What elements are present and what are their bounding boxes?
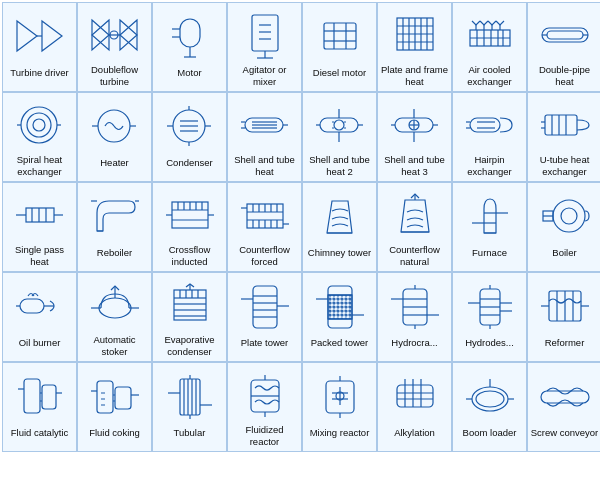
cell-single-pass-heat[interactable]: Single pass heat [2,182,77,272]
svg-rect-132 [20,299,44,313]
label-oil-burner: Oil burner [19,337,61,357]
cell-mixing-reactor[interactable]: Mixing reactor [302,362,377,452]
cell-air-cooled-exchanger[interactable]: Air cooled exchanger [452,2,527,92]
icon-counterflow-natural [380,185,449,244]
svg-rect-45 [542,28,588,42]
cell-counterflow-natural[interactable]: Counterflow natural [377,182,452,272]
cell-boom-loader[interactable]: Boom loader [452,362,527,452]
label-shell-tube-heat-2: Shell and tube heat 2 [305,154,374,177]
svg-rect-46 [547,31,583,39]
icon-turbine-driver [5,5,74,67]
svg-rect-20 [324,23,356,49]
icon-evaporative-condenser [155,275,224,334]
svg-rect-90 [470,118,500,132]
icon-agitator-mixer [230,5,299,64]
cell-condenser[interactable]: Condenser [152,92,227,182]
cell-oil-burner[interactable]: Oil burner [2,272,77,362]
label-chimney-tower: Chimney tower [308,247,371,267]
icon-boiler [530,185,599,247]
cell-fluid-coking[interactable]: Fluid coking [77,362,152,452]
cell-furnace[interactable]: Furnace [452,182,527,272]
label-tubular: Tubular [174,427,206,447]
cell-crossflow-inducted[interactable]: Crossflow inducted [152,182,227,272]
icon-reboiler [80,185,149,247]
cell-counterflow-forced[interactable]: Counterflow forced [227,182,302,272]
svg-rect-102 [26,208,54,222]
icon-oil-burner [5,275,74,337]
icon-boom-loader [455,365,524,427]
label-packed-tower: Packed tower [311,337,369,357]
cell-shell-tube-heat-3[interactable]: Shell and tube heat 3 [377,92,452,182]
label-single-pass-heat: Single pass heat [5,244,74,267]
cell-doubleflow-turbine[interactable]: Doubleflow turbine [77,2,152,92]
cell-plate-tower[interactable]: Plate tower [227,272,302,362]
cell-heater[interactable]: Heater [77,92,152,182]
cell-evaporative-condenser[interactable]: Evaporative condenser [152,272,227,362]
label-diesel-motor: Diesel motor [313,67,366,87]
cell-chimney-tower[interactable]: Chimney tower [302,182,377,272]
cell-u-tube-heat-exchanger[interactable]: U-tube heat exchanger [527,92,600,182]
icon-chimney-tower [305,185,374,247]
svg-marker-6 [120,20,137,50]
label-turbine-driver: Turbine driver [10,67,68,87]
cell-plate-frame-heat[interactable]: Plate and frame heat [377,2,452,92]
icon-screw-conveyor [530,365,599,427]
svg-point-51 [33,119,45,131]
icon-doubleflow-turbine [80,5,149,64]
svg-point-135 [99,298,131,318]
label-air-cooled-exchanger: Air cooled exchanger [455,64,524,87]
svg-marker-1 [42,21,62,51]
cell-hydrodesulfurizer[interactable]: Hydrodes... [452,272,527,362]
svg-marker-4 [92,20,109,50]
label-fluid-catalytic: Fluid catalytic [11,427,69,447]
cell-reboiler[interactable]: Reboiler [77,182,152,272]
icon-single-pass-heat [5,185,74,244]
cell-double-pipe-heat[interactable]: Double-pipe heat [527,2,600,92]
cell-hydrocracker[interactable]: Hydrocra... [377,272,452,362]
svg-rect-228 [541,391,589,403]
cell-fluidized-reactor[interactable]: Fluidized reactor [227,362,302,452]
icon-fluid-catalytic [5,365,74,427]
svg-rect-189 [115,387,131,409]
icon-u-tube-heat-exchanger [530,95,599,154]
svg-point-129 [561,208,577,224]
cell-reformer[interactable]: Reformer [527,272,600,362]
icon-motor [155,5,224,67]
icon-reformer [530,275,599,337]
cell-fluid-catalytic[interactable]: Fluid catalytic [2,362,77,452]
cell-automatic-stoker[interactable]: Automatic stoker [77,272,152,362]
svg-rect-154 [328,295,352,319]
cell-boiler[interactable]: Boiler [527,182,600,272]
cell-screw-conveyor[interactable]: Screw conveyor [527,362,600,452]
cell-hairpin-exchanger[interactable]: Hairpin exchanger [452,92,527,182]
cell-shell-tube-heat[interactable]: Shell and tube heat [227,92,302,182]
icon-heater [80,95,149,157]
label-u-tube-heat-exchanger: U-tube heat exchanger [530,154,599,177]
svg-point-224 [476,391,504,407]
svg-point-73 [334,120,344,130]
icon-air-cooled-exchanger [455,5,524,64]
svg-rect-145 [253,286,277,328]
icon-hydrocracker [380,275,449,337]
cell-shell-tube-heat-2[interactable]: Shell and tube heat 2 [302,92,377,182]
cell-spiral-heat-exchanger[interactable]: Spiral heat exchanger [2,92,77,182]
label-reboiler: Reboiler [97,247,132,267]
label-doubleflow-turbine: Doubleflow turbine [80,64,149,87]
label-furnace: Furnace [472,247,507,267]
label-spiral-heat-exchanger: Spiral heat exchanger [5,154,74,177]
cell-alkylation[interactable]: Alkylation [377,362,452,452]
icon-alkylation [380,365,449,427]
label-screw-conveyor: Screw conveyor [531,427,599,447]
cell-tubular[interactable]: Tubular [152,362,227,452]
svg-rect-214 [397,385,433,407]
cell-motor[interactable]: Motor [152,2,227,92]
cell-turbine-driver[interactable]: Turbine driver [2,2,77,92]
cell-packed-tower[interactable]: Packed tower [302,272,377,362]
icon-condenser [155,95,224,157]
cell-diesel-motor[interactable]: Diesel motor [302,2,377,92]
svg-point-50 [27,113,51,137]
label-plate-tower: Plate tower [241,337,289,357]
cell-agitator-mixer[interactable]: Agitator or mixer [227,2,302,92]
icon-spiral-heat-exchanger [5,95,74,154]
label-boiler: Boiler [552,247,576,267]
